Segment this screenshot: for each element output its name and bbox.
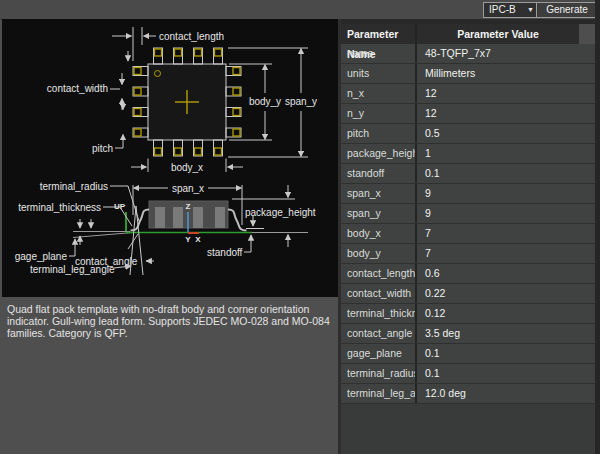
table-row[interactable]: terminal_leg_angle 12.0 deg — [341, 384, 595, 404]
param-value-cell[interactable]: 3.5 deg — [417, 324, 593, 343]
label-contact-length: contact_length — [159, 31, 224, 42]
table-row[interactable]: contact_width 0.22 — [341, 284, 595, 304]
param-name-cell: name — [341, 44, 417, 63]
label-body-y: body_y — [249, 96, 281, 107]
param-name-cell: contact_width — [341, 284, 417, 303]
param-value-cell[interactable]: 9 — [417, 184, 593, 203]
param-value-cell[interactable]: 12 — [417, 104, 593, 123]
param-value-cell[interactable]: 1 — [417, 144, 593, 163]
param-value-cell[interactable]: 12.0 deg — [417, 384, 593, 403]
dim-gage-plane — [69, 239, 75, 256]
window-right-border — [595, 0, 600, 454]
header-scroll-corner — [579, 24, 595, 44]
param-value-cell[interactable]: 0.1 — [417, 364, 593, 383]
table-row[interactable]: span_y 9 — [341, 204, 595, 224]
param-name-cell: units — [341, 64, 417, 83]
param-name-cell: terminal_thickness — [341, 304, 417, 323]
param-value-cell[interactable]: 0.5 — [417, 124, 593, 143]
param-value-cell[interactable]: 12 — [417, 84, 593, 103]
param-name-cell: n_x — [341, 84, 417, 103]
dim-contact-width — [110, 73, 122, 110]
param-value-cell[interactable]: 7 — [417, 224, 593, 243]
dim-contact-length — [112, 27, 156, 61]
generate-button[interactable]: Generate — [536, 2, 598, 18]
table-row[interactable]: n_y 12 — [341, 104, 595, 124]
table-row[interactable]: contact_length 0.6 — [341, 264, 595, 284]
table-row[interactable]: body_x 7 — [341, 224, 595, 244]
table-row[interactable]: terminal_thickness 0.12 — [341, 304, 595, 324]
param-name-cell: contact_length — [341, 264, 417, 283]
parameter-panel: Parameter Name Parameter Value name 48-T… — [341, 19, 595, 454]
param-value-cell[interactable]: 48-TQFP_7x7 — [417, 44, 593, 63]
table-row[interactable]: n_x 12 — [341, 84, 595, 104]
table-row[interactable]: gage_plane 0.1 — [341, 344, 595, 364]
param-name-cell: contact_angle — [341, 324, 417, 343]
header-parameter-value: Parameter Value — [417, 24, 579, 44]
label-gage-plane: gage_plane — [15, 251, 68, 262]
header-parameter-name: Parameter Name — [341, 24, 417, 44]
param-value-cell[interactable]: 9 — [417, 204, 593, 223]
label-contact-width: contact_width — [47, 83, 108, 94]
axis-x-label: X — [195, 235, 201, 244]
table-row[interactable]: contact_angle 3.5 deg — [341, 324, 595, 344]
param-value-cell[interactable]: 7 — [417, 244, 593, 263]
param-value-cell[interactable]: 0.22 — [417, 284, 593, 303]
param-name-cell: span_y — [341, 204, 417, 223]
param-value-cell[interactable]: 0.1 — [417, 344, 593, 363]
label-package-height: package_height — [245, 207, 316, 218]
label-terminal-leg-angle: terminal_leg_angle — [30, 264, 115, 275]
param-name-cell: standoff — [341, 164, 417, 183]
package-diagram: contact_length contact_width pitch body_… — [2, 19, 338, 297]
label-standoff: standoff — [207, 247, 243, 258]
template-description: Quad flat pack template with no-draft bo… — [7, 303, 333, 339]
ipc-preset-dropdown[interactable]: IPC-B ▼ — [483, 2, 538, 18]
table-row[interactable]: package_height 1 — [341, 144, 595, 164]
dim-standoff — [244, 215, 264, 252]
label-span-x: span_x — [172, 183, 204, 194]
ipc-preset-value: IPC-B — [489, 3, 527, 17]
param-name-cell: n_y — [341, 104, 417, 123]
param-name-cell: terminal_radius — [341, 364, 417, 383]
table-row[interactable]: units Millimeters — [341, 64, 595, 84]
qfp-side-view: span_x UP Z Y X — [15, 181, 316, 275]
param-value-cell[interactable]: 0.12 — [417, 304, 593, 323]
axis-y-label: Y — [185, 235, 191, 244]
param-name-cell: body_y — [341, 244, 417, 263]
table-row[interactable]: span_x 9 — [341, 184, 595, 204]
table-row[interactable]: standoff 0.1 — [341, 164, 595, 184]
parameter-table: Parameter Name Parameter Value name 48-T… — [341, 24, 595, 404]
param-value-cell[interactable]: 0.1 — [417, 164, 593, 183]
table-header-row: Parameter Name Parameter Value — [341, 24, 595, 44]
param-name-cell: pitch — [341, 124, 417, 143]
param-name-cell: terminal_leg_angle — [341, 384, 417, 403]
param-value-cell[interactable]: 0.6 — [417, 264, 593, 283]
qfp-top-view: contact_length contact_width pitch body_… — [47, 27, 317, 173]
package-preview-panel: contact_length contact_width pitch body_… — [2, 19, 338, 297]
contact-angle-line — [73, 233, 133, 238]
table-row[interactable]: terminal_radius 0.1 — [341, 364, 595, 384]
param-name-cell: gage_plane — [341, 344, 417, 363]
label-pitch: pitch — [92, 143, 113, 154]
table-row[interactable]: pitch 0.5 — [341, 124, 595, 144]
label-terminal-thickness: terminal_thickness — [18, 202, 101, 213]
label-terminal-radius: terminal_radius — [40, 181, 108, 192]
table-row[interactable]: body_y 7 — [341, 244, 595, 264]
label-span-y: span_y — [285, 96, 317, 107]
param-value-cell[interactable]: Millimeters — [417, 64, 593, 83]
table-row[interactable]: name 48-TQFP_7x7 — [341, 44, 595, 64]
table-body: name 48-TQFP_7x7 units Millimeters n_x 1… — [341, 44, 595, 404]
param-name-cell: span_x — [341, 184, 417, 203]
label-body-x: body_x — [171, 162, 203, 173]
axis-z-label: Z — [186, 202, 191, 211]
param-name-cell: package_height — [341, 144, 417, 163]
toolbar: IPC-B ▼ Generate — [0, 0, 600, 20]
param-name-cell: body_x — [341, 224, 417, 243]
